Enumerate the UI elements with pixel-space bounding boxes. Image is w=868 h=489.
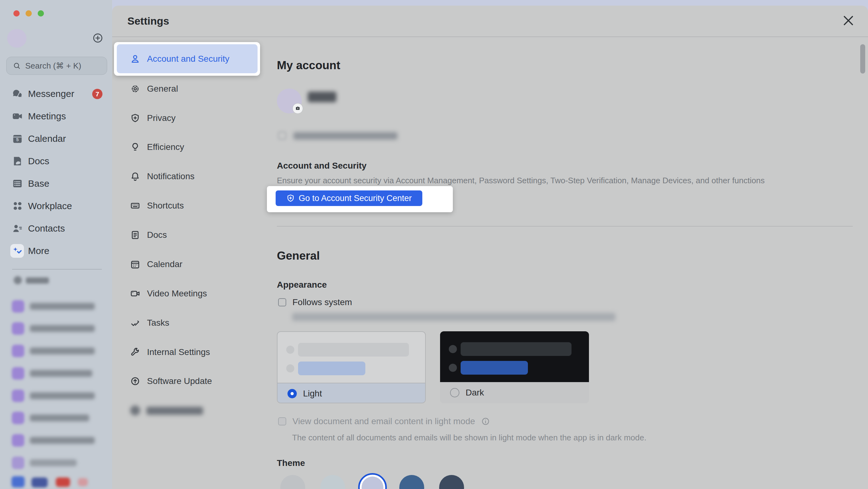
settings-nav-item-privacy[interactable]: Privacy — [112, 109, 261, 128]
chat-title-redacted — [30, 437, 95, 444]
chat-list-item[interactable] — [12, 345, 24, 357]
doc-light-row: View document and email content in light… — [278, 416, 490, 426]
camera-icon — [295, 106, 301, 111]
settings-nav-item-software-update[interactable]: Software Update — [112, 372, 261, 391]
dark-mode-radio[interactable] — [450, 388, 459, 397]
dark-mode-label: Dark — [466, 388, 484, 398]
theme-swatch-navy[interactable] — [439, 475, 464, 489]
settings-nav-item-docs[interactable]: Docs — [112, 225, 261, 244]
settings-nav-label: Calendar — [147, 259, 183, 269]
chat-title-redacted — [30, 393, 95, 399]
light-mode-card[interactable]: Light — [277, 331, 426, 403]
doc-light-checkbox[interactable] — [278, 417, 286, 425]
settings-nav-label: Video Meetings — [147, 289, 207, 298]
lightbulb-icon — [130, 142, 140, 152]
settings-nav-item-shortcuts[interactable]: Shortcuts — [112, 196, 261, 215]
sidebar-item-docs[interactable]: Docs — [0, 150, 112, 172]
settings-nav-item-about-redacted[interactable] — [146, 407, 203, 415]
chat-title-redacted — [30, 370, 92, 377]
change-avatar-button[interactable] — [292, 103, 303, 114]
pinned-section-icon — [14, 276, 22, 284]
macos-zoom-button[interactable] — [38, 10, 44, 17]
chat-title-redacted — [30, 303, 95, 310]
light-mode-preview — [278, 332, 425, 383]
pinned-section-label-redacted — [26, 277, 49, 284]
settings-nav-item-tasks[interactable]: Tasks — [112, 313, 261, 333]
chat-list-item[interactable] — [12, 322, 24, 335]
sidebar-item-workplace[interactable]: Workplace — [0, 195, 112, 217]
theme-swatch-gray[interactable] — [280, 475, 305, 489]
follows-system-checkbox[interactable] — [278, 298, 286, 306]
svg-text:5: 5 — [16, 137, 19, 142]
sidebar-item-calendar[interactable]: 5 Calendar — [0, 127, 112, 150]
sidebar-item-label: Contacts — [28, 223, 65, 234]
account-name-redacted — [308, 92, 336, 102]
chat-title-redacted — [30, 325, 95, 332]
settings-nav-label: Shortcuts — [147, 201, 184, 211]
chat-title-redacted — [30, 347, 95, 354]
sidebar-item-more[interactable]: More — [0, 240, 112, 262]
about-icon-redacted[interactable] — [130, 405, 140, 415]
gear-icon — [130, 84, 140, 94]
button-label: Go to Account Security Center — [299, 194, 412, 203]
dark-mode-footer: Dark — [440, 382, 589, 403]
info-icon[interactable] — [481, 417, 490, 426]
chat-list-item[interactable] — [12, 367, 24, 380]
dark-mode-card[interactable]: Dark — [440, 331, 589, 403]
calendar-outline-icon — [130, 259, 140, 269]
sidebar-item-meetings[interactable]: Meetings — [0, 105, 112, 127]
dark-mode-preview — [440, 331, 589, 382]
account-security-heading: Account and Security — [277, 161, 367, 171]
macos-minimize-button[interactable] — [26, 10, 32, 17]
sidebar-item-label: Calendar — [28, 134, 66, 144]
search-placeholder: Search (⌘ + K) — [25, 61, 81, 71]
scrollbar-thumb[interactable] — [860, 44, 865, 74]
chat-list-item[interactable] — [12, 457, 24, 469]
settings-nav-label: Software Update — [147, 376, 212, 386]
section-divider — [277, 226, 853, 227]
theme-swatch-lavender-inner — [362, 477, 383, 489]
workplace-icon — [12, 200, 23, 212]
settings-nav-label: Internal Settings — [147, 347, 210, 357]
sidebar-item-base[interactable]: Base — [0, 172, 112, 195]
macos-close-button[interactable] — [13, 10, 20, 17]
sidebar-item-contacts[interactable]: Contacts — [0, 217, 112, 240]
account-security-description: Ensure your account security via Account… — [277, 176, 765, 185]
search-input[interactable]: Search (⌘ + K) — [6, 57, 107, 75]
app-screen: Search (⌘ + K) Messenger 7 Meetings 5 Ca… — [0, 0, 868, 489]
settings-nav-item-calendar[interactable]: Calendar — [112, 255, 261, 274]
general-heading: General — [277, 249, 320, 262]
sidebar-item-label: Base — [28, 178, 49, 189]
settings-nav-label: General — [147, 84, 178, 94]
add-icon[interactable] — [92, 32, 103, 44]
theme-swatch-light-blue[interactable] — [320, 475, 345, 489]
settings-nav-item-video-meetings[interactable]: Video Meetings — [112, 284, 261, 303]
chat-list-item[interactable] — [12, 300, 24, 313]
sidebar-item-label: Meetings — [28, 111, 66, 121]
doc-light-label: View document and email content in light… — [292, 416, 475, 426]
settings-nav-item-general[interactable]: General — [112, 79, 261, 98]
sidebar-item-label: Workplace — [28, 201, 72, 211]
settings-modal: Settings Account and Security General Pr… — [112, 6, 868, 489]
search-icon — [13, 62, 21, 70]
user-avatar[interactable] — [7, 29, 27, 48]
theme-swatch-blue[interactable] — [399, 475, 424, 489]
chat-list-item[interactable] — [12, 412, 24, 424]
doc-light-description: The content of all documents and emails … — [292, 433, 646, 442]
shield-plus-icon — [130, 113, 140, 123]
settings-nav-item-efficiency[interactable]: Efficiency — [112, 138, 261, 157]
go-to-account-security-center-button[interactable]: Go to Account Security Center — [276, 191, 422, 206]
close-icon[interactable] — [841, 13, 856, 28]
task-check-icon — [130, 318, 140, 328]
sidebar-divider — [12, 269, 102, 269]
settings-nav-item-account-and-security[interactable]: Account and Security — [117, 44, 257, 73]
settings-nav-item-internal-settings[interactable]: Internal Settings — [112, 343, 261, 362]
settings-nav-item-notifications[interactable]: Notifications — [112, 167, 261, 186]
person-icon — [130, 54, 140, 64]
chat-list-item[interactable] — [12, 434, 24, 447]
theme-swatch-lavender-selected[interactable] — [358, 473, 387, 489]
chat-list-item[interactable] — [12, 390, 24, 402]
sidebar-item-label: Docs — [28, 156, 49, 166]
startup-checkbox-redacted[interactable] — [278, 132, 286, 140]
light-mode-radio[interactable] — [287, 389, 297, 398]
